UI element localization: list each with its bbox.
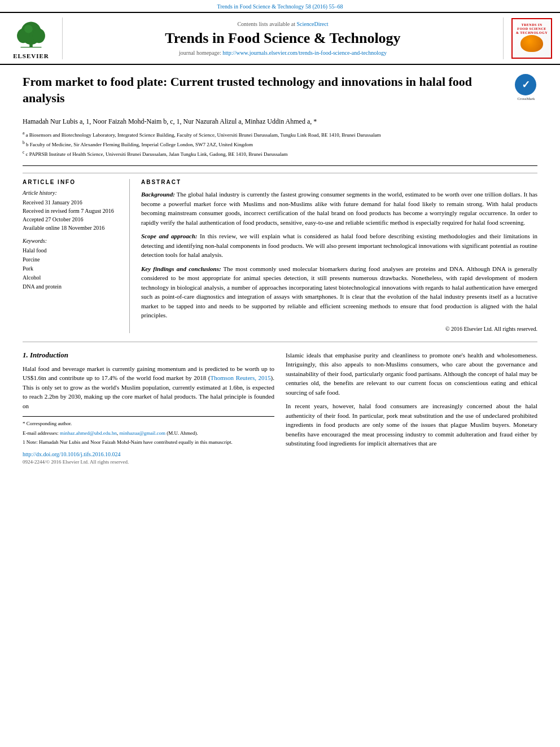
crossmark-badge: ✓ CrossMark xyxy=(515,74,537,97)
bottom-copyright: 0924-2244/© 2016 Elsevier Ltd. All right… xyxy=(23,459,274,465)
affiliation-a: a a Biosensors and Biotechnology Laborat… xyxy=(23,130,537,139)
keyword-1: Halal food xyxy=(23,246,123,255)
intro-right-text-2: In recent years, however, halal food con… xyxy=(286,401,537,448)
journal-url-link[interactable]: http://www.journals.elsevier.com/trends-… xyxy=(222,50,387,56)
article-history-block: Article history: Received 31 January 201… xyxy=(23,190,123,232)
journal-title-header: Trends in Food Science & Technology xyxy=(71,29,495,47)
corresponding-note: * Corresponding author. xyxy=(23,420,274,428)
svg-point-4 xyxy=(24,25,33,33)
email-note: E-mail addresses: minhaz.ahmed@ubd.edu.b… xyxy=(23,430,274,438)
revised-date: Received in revised form 7 August 2016 xyxy=(23,207,123,215)
journal-header: ELSEVIER Contents lists available at Sci… xyxy=(0,12,560,65)
abstract-header: ABSTRACT xyxy=(141,179,537,185)
keyword-3: Pork xyxy=(23,264,123,273)
article-info-column: ARTICLE INFO Article history: Received 3… xyxy=(23,179,130,333)
email2-link[interactable]: minhazua@gmail.com xyxy=(120,430,166,436)
findings-paragraph: Key findings and conclusions: The most c… xyxy=(141,264,537,320)
svg-point-3 xyxy=(33,28,45,43)
equal-contribution-note: 1 Note: Hamadah Nur Lubis and Noor Faiza… xyxy=(23,439,274,447)
contents-available: Contents lists available at ScienceDirec… xyxy=(71,21,495,27)
findings-label: Key findings and conclusions: xyxy=(141,265,221,272)
authors-text: Hamadah Nur Lubis a, 1, Noor Faizah Mohd… xyxy=(23,117,317,125)
background-paragraph: Background: The global halal industry is… xyxy=(141,190,537,227)
citation-link[interactable]: Thomson Reuters, 2015 xyxy=(211,374,271,381)
introduction-section: 1. Introduction Halal food and beverage … xyxy=(23,351,537,465)
accepted-date: Accepted 27 October 2016 xyxy=(23,215,123,224)
findings-text: The most commonly used molecular biomark… xyxy=(141,265,537,319)
article-title: From market to food plate: Current trust… xyxy=(23,74,506,106)
journal-header-center: Contents lists available at ScienceDirec… xyxy=(62,18,504,59)
journal-reference-text: Trends in Food Science & Technology 58 (… xyxy=(217,3,343,10)
crossmark-icon: ✓ xyxy=(515,74,536,95)
elsevier-logo-section: ELSEVIER xyxy=(6,18,56,59)
intro-section-title: 1. Introduction xyxy=(23,351,274,360)
affiliation-b: b b Faculty of Medicine, Sir Alexander F… xyxy=(23,140,537,148)
history-label: Article history: xyxy=(23,190,123,196)
copyright-line: © 2016 Elsevier Ltd. All rights reserved… xyxy=(141,325,537,333)
page-container: Trends in Food Science & Technology 58 (… xyxy=(0,0,560,747)
journal-homepage: journal homepage: http://www.journals.el… xyxy=(71,50,495,56)
scope-paragraph: Scope and approach: In this review, we w… xyxy=(141,231,537,260)
affiliation-c: c c PAPRSB Institute of Health Science, … xyxy=(23,150,537,158)
section-divider xyxy=(23,342,537,342)
authors-line: Hamadah Nur Lubis a, 1, Noor Faizah Mohd… xyxy=(23,116,537,127)
keywords-block: Keywords: Halal food Porcine Pork Alcoho… xyxy=(23,238,123,291)
intro-right-text-1: Islamic ideals that emphasise purity and… xyxy=(286,351,537,397)
intro-right-column: Islamic ideals that emphasise purity and… xyxy=(286,351,537,465)
doi-link[interactable]: http://dx.doi.org/10.1016/j.tifs.2016.10… xyxy=(23,451,120,457)
received-date: Received 31 January 2016 xyxy=(23,198,123,207)
footnotes-area: * Corresponding author. E-mail addresses… xyxy=(23,416,274,447)
scope-label: Scope and approach: xyxy=(141,233,198,239)
article-title-section: From market to food plate: Current trust… xyxy=(23,74,537,111)
keyword-5: DNA and protein xyxy=(23,282,123,291)
background-label: Background: xyxy=(141,191,175,198)
journal-reference-bar: Trends in Food Science & Technology 58 (… xyxy=(0,0,560,12)
fruit-icon xyxy=(520,35,543,52)
doi-line: http://dx.doi.org/10.1016/j.tifs.2016.10… xyxy=(23,451,274,457)
scope-text: In this review, we will explain what is … xyxy=(141,233,537,258)
elsevier-tree-icon xyxy=(8,18,54,51)
article-info-abstract-layout: ARTICLE INFO Article history: Received 3… xyxy=(23,173,537,333)
background-text: The global halal industry is currently t… xyxy=(141,191,537,226)
affiliations: a a Biosensors and Biotechnology Laborat… xyxy=(23,130,537,166)
keyword-2: Porcine xyxy=(23,255,123,264)
journal-logo-box: TRENDS INFOOD SCIENCE& TECHNOLOGY xyxy=(511,18,552,59)
available-date: Available online 18 November 2016 xyxy=(23,224,123,232)
intro-left-column: 1. Introduction Halal food and beverage … xyxy=(23,351,274,465)
abstract-column: ABSTRACT Background: The global halal in… xyxy=(141,179,537,333)
elsevier-label: ELSEVIER xyxy=(13,53,49,59)
intro-left-text: Halal food and beverage market is curren… xyxy=(23,364,274,411)
article-info-header: ARTICLE INFO xyxy=(23,179,123,185)
main-content: From market to food plate: Current trust… xyxy=(0,65,560,474)
email1-link[interactable]: minhaz.ahmed@ubd.edu.bn xyxy=(60,430,117,436)
sciencedirect-link[interactable]: ScienceDirect xyxy=(296,21,328,27)
journal-logo-right: TRENDS INFOOD SCIENCE& TECHNOLOGY xyxy=(509,18,554,59)
keywords-label: Keywords: xyxy=(23,238,123,244)
keyword-4: Alcohol xyxy=(23,273,123,282)
abstract-text: Background: The global halal industry is… xyxy=(141,190,537,333)
